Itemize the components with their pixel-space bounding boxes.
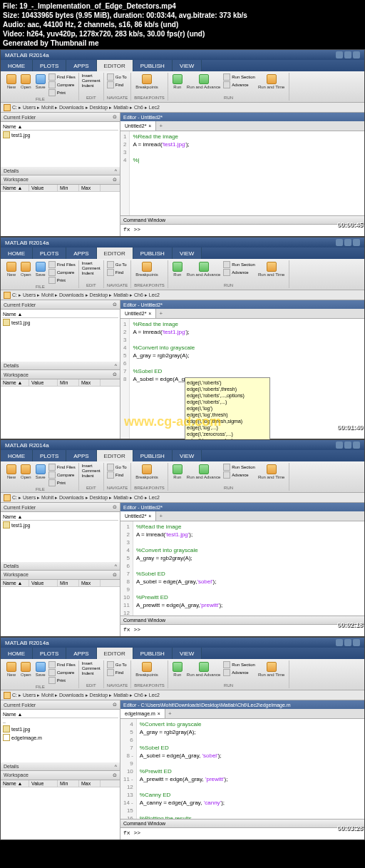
close-btn[interactable]	[353, 51, 360, 58]
open-button[interactable]: Open	[19, 73, 33, 96]
workspace-columns: Name ▲ValueMinMax	[1, 185, 120, 192]
menubar: HOME PLOTS APPS EDITOR PUBLISH VIEW	[1, 60, 364, 71]
frame-4: MATLAB R2014a HOMEPLOTSAPPSEDITORPUBLISH…	[0, 637, 365, 840]
code-editor[interactable]: 1234 %Read the image A = imread('test1.j…	[120, 131, 364, 215]
details-header: Details^	[1, 167, 120, 175]
insert-button[interactable]: Insert	[82, 73, 101, 78]
tab-untitled2[interactable]: Untitled2*×	[120, 121, 156, 131]
runadv-button[interactable]: Run and Advance	[185, 73, 222, 90]
new-button[interactable]: New	[5, 73, 18, 96]
comment-button[interactable]: Comment	[82, 78, 101, 83]
goto-button[interactable]: Go To	[107, 73, 128, 81]
run-button[interactable]: Run	[171, 73, 184, 90]
indent-button[interactable]: Indent	[82, 83, 101, 88]
find-button[interactable]: Find	[107, 81, 128, 88]
print-button[interactable]: Print	[48, 89, 76, 96]
file-test1[interactable]: test1.jpg	[2, 131, 118, 139]
tab-edgeimage[interactable]: edgeImage.m×	[120, 709, 165, 718]
compare-button[interactable]: Compare	[48, 81, 76, 88]
tab-close-icon[interactable]: ×	[148, 123, 151, 128]
timestamp: 00:00:45	[337, 221, 363, 228]
max-btn[interactable]	[344, 51, 351, 58]
tab-plots[interactable]: PLOTS	[33, 60, 66, 71]
findfiles-button[interactable]: Find Files	[48, 73, 76, 81]
watermark: www.cg-ad.com	[124, 414, 221, 429]
save-button[interactable]: Save	[34, 73, 47, 96]
frame-3: MATLAB R2014a HOMEPLOTSAPPSEDITORPUBLISH…	[0, 439, 365, 637]
current-folder-header: Current Folder⊙	[1, 113, 120, 122]
min-btn[interactable]	[336, 51, 343, 58]
video-metadata: File: 19_-_Implementation_of_Edge_Detect…	[0, 0, 365, 49]
command-window-header: Command Window	[120, 215, 364, 225]
tab-home[interactable]: HOME	[1, 60, 33, 71]
file-edgeimage[interactable]: edgeImage.m	[2, 733, 118, 742]
frame-2: MATLAB R2014a HOMEPLOTSAPPSEDITORPUBLISH…	[0, 237, 365, 439]
tab-editor[interactable]: EDITOR	[97, 60, 133, 71]
frame-1: MATLAB R2014a HOME PLOTS APPS EDITOR PUB…	[0, 49, 365, 237]
command-window[interactable]: fx >>	[120, 225, 364, 236]
runtime-button[interactable]: Run and Time	[257, 73, 286, 90]
image-icon	[3, 131, 10, 138]
workspace-header: Workspace⊙	[1, 175, 120, 185]
advance-button[interactable]: Advance	[223, 81, 255, 88]
editor-tabstrip: Untitled2*× +	[120, 121, 364, 131]
tab-apps[interactable]: APPS	[66, 60, 96, 71]
ribbon: New Open Save Find Files Compare Print F…	[1, 71, 364, 103]
tab-publish[interactable]: PUBLISH	[133, 60, 173, 71]
breakpoints-button[interactable]: Breakpoints	[134, 73, 160, 90]
tab-view[interactable]: VIEW	[173, 60, 202, 71]
folder-icon	[4, 104, 11, 111]
tab-add[interactable]: +	[156, 121, 165, 131]
titlebar: MATLAB R2014a	[1, 50, 364, 60]
editor-header: Editor - Untitled2*	[120, 113, 364, 121]
runsection-button[interactable]: Run Section	[223, 73, 255, 81]
breadcrumb[interactable]: C: ▸ Users ▸ Mohit ▸ Downloads ▸ Desktop…	[1, 103, 364, 113]
